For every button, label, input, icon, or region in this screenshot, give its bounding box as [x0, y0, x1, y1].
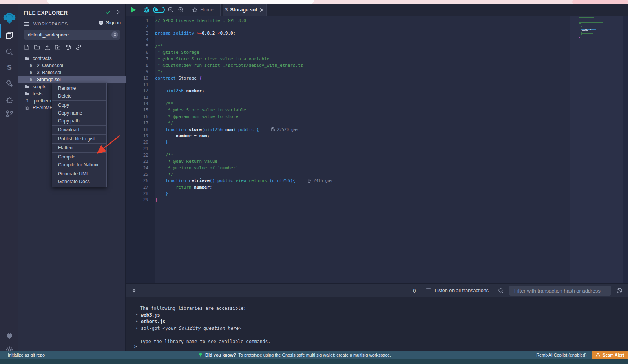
code-line-23[interactable]: 23 * @dev Return value: [126, 158, 569, 165]
code-line-25[interactable]: 25 */: [126, 171, 569, 177]
code-line-1[interactable]: 1// SPDX-License-Identifier: GPL-3.0: [126, 17, 569, 24]
code-line-12[interactable]: 12 uint256 number;: [126, 88, 569, 94]
code-lines: 1// SPDX-License-Identifier: GPL-3.023pr…: [126, 17, 569, 203]
solidity-compiler-icon[interactable]: S: [0, 60, 18, 75]
git-icon[interactable]: [0, 107, 18, 121]
code-line-18[interactable]: 18 function store(uint256 num) public {2…: [126, 126, 569, 133]
menu-item-flatten[interactable]: Flatten: [52, 144, 106, 152]
menu-item-copy[interactable]: Copy: [52, 101, 106, 109]
svg-text:S: S: [30, 78, 32, 82]
menu-divider: [52, 125, 106, 126]
tab-home[interactable]: Home: [185, 4, 221, 16]
workspaces-menu-icon[interactable]: [24, 22, 29, 27]
library-link[interactable]: web3.js: [141, 312, 160, 318]
file-toolbar: [24, 44, 82, 51]
line-number: 3: [126, 31, 155, 36]
line-number: 16: [126, 114, 155, 119]
plugin-manager-icon[interactable]: [0, 329, 18, 343]
import-from-url-icon[interactable]: [75, 44, 82, 51]
search-icon[interactable]: [498, 288, 504, 294]
code-line-24[interactable]: 24 * @return value of 'number': [126, 165, 569, 171]
file-explorer-icon[interactable]: [0, 28, 18, 42]
code-line-20[interactable]: 20 }: [126, 139, 569, 146]
menu-item-download[interactable]: Download: [52, 126, 106, 134]
debugger-icon[interactable]: [0, 93, 18, 107]
scam-alert-button[interactable]: Scam Alert: [592, 351, 628, 359]
code-line-3[interactable]: 3pragma solidity >=0.8.2 <0.9.0;: [126, 30, 569, 36]
code-line-11[interactable]: 11: [126, 81, 569, 87]
copilot-toggle[interactable]: [153, 7, 165, 13]
search-icon[interactable]: [0, 45, 18, 59]
load-from-ipfs-icon[interactable]: [65, 44, 71, 51]
minimap-strip[interactable]: [570, 16, 623, 283]
file-tree-item-2-owner-sol[interactable]: S2_Owner.sol: [18, 62, 126, 69]
code-line-19[interactable]: 19 number = num;: [126, 133, 569, 139]
file-tree-item-3-ballot-sol[interactable]: S3_Ballot.sol: [18, 69, 126, 76]
listen-checkbox[interactable]: [426, 288, 431, 293]
tab-storage-sol[interactable]: S Storage.sol: [223, 4, 267, 16]
code-line-26[interactable]: 26 function retrieve() public view retur…: [126, 178, 569, 184]
code-line-27[interactable]: 27 return number;: [126, 184, 569, 190]
workspace-select[interactable]: default_workspace: [24, 30, 120, 40]
code-line-5[interactable]: 5/**: [126, 43, 569, 49]
run-script-button[interactable]: [131, 7, 136, 13]
code-line-8[interactable]: 8 * @custom:dev-run-script ./scripts/dep…: [126, 62, 569, 68]
code-line-22[interactable]: 22 /**: [126, 152, 569, 158]
code-line-17[interactable]: 17 */: [126, 120, 569, 126]
tab-storage-label: Storage.sol: [230, 7, 257, 13]
code-line-28[interactable]: 28 }: [126, 190, 569, 197]
browser-chrome-strip: [0, 0, 628, 4]
git-init-button[interactable]: Initialize as git repo: [8, 353, 45, 357]
menu-item-rename[interactable]: Rename: [52, 84, 106, 92]
line-number: 24: [126, 166, 155, 171]
terminal-output[interactable]: The following libraries are accessible:•…: [126, 297, 628, 351]
code-line-15[interactable]: 15 * @dev Store value in variable: [126, 107, 569, 113]
icon-rail: S: [0, 4, 18, 351]
library-link[interactable]: ethers.js: [141, 319, 165, 324]
file-tree-item-contracts[interactable]: contracts: [18, 55, 126, 62]
workspace-select-arrows-icon[interactable]: [111, 31, 118, 38]
code-line-10[interactable]: 10contract Storage {: [126, 75, 569, 81]
zoom-out-icon[interactable]: [168, 7, 174, 13]
ai-copilot-robot-icon[interactable]: [143, 6, 150, 13]
panel-header: FILE EXPLORER: [18, 7, 126, 18]
code-line-13[interactable]: 13: [126, 94, 569, 100]
menu-item-compile-for-nahmii[interactable]: Compile for Nahmii: [52, 161, 106, 169]
code-line-21[interactable]: 21: [126, 146, 569, 152]
create-new-file-icon[interactable]: [24, 44, 29, 51]
code-line-7[interactable]: 7 * @dev Store & retrieve value in a var…: [126, 56, 569, 62]
check-icon: [105, 9, 111, 15]
menu-item-compile[interactable]: Compile: [52, 153, 106, 161]
code-editor[interactable]: 1// SPDX-License-Identifier: GPL-3.023pr…: [126, 16, 628, 283]
menu-item-copy-name[interactable]: Copy name: [52, 109, 106, 117]
terminal-blank-line: [140, 332, 628, 339]
zoom-in-icon[interactable]: [178, 7, 184, 13]
sign-in-button[interactable]: Sign in: [98, 20, 121, 25]
menu-item-generate-uml[interactable]: Generate UML: [52, 170, 106, 178]
menu-item-generate-docs[interactable]: Generate Docs: [52, 178, 106, 186]
menu-item-copy-path[interactable]: Copy path: [52, 117, 106, 125]
code-line-4[interactable]: 4: [126, 36, 569, 43]
close-tab-icon[interactable]: [259, 8, 264, 12]
expand-terminal-icon[interactable]: [131, 288, 137, 293]
code-line-29[interactable]: 29}: [126, 197, 569, 203]
code-line-9[interactable]: 9 */: [126, 69, 569, 75]
chevron-right-icon[interactable]: [116, 9, 121, 15]
transaction-filter-input[interactable]: [509, 286, 611, 296]
menu-item-publish-file-to-gist[interactable]: Publish file to gist: [52, 135, 106, 143]
code-line-2[interactable]: 2: [126, 24, 569, 30]
code-line-6[interactable]: 6 * @title Storage: [126, 49, 569, 56]
deploy-and-run-icon[interactable]: [0, 76, 18, 90]
file-label: 3_Ballot.sol: [37, 70, 61, 75]
upload-folder-icon[interactable]: [55, 44, 61, 51]
code-line-16[interactable]: 16 * @param num value to store: [126, 113, 569, 120]
minimap[interactable]: [579, 17, 623, 38]
create-new-folder-icon[interactable]: [34, 44, 40, 51]
clear-console-icon[interactable]: [616, 288, 623, 294]
code-line-14[interactable]: 14 /**: [126, 100, 569, 107]
copilot-status[interactable]: RemixAI Copilot (enabled): [536, 353, 586, 357]
upload-files-icon[interactable]: [44, 44, 50, 51]
remix-logo-icon[interactable]: [0, 11, 18, 25]
menu-item-delete[interactable]: Delete: [52, 92, 106, 100]
terminal-prompt[interactable]: >: [134, 344, 137, 349]
